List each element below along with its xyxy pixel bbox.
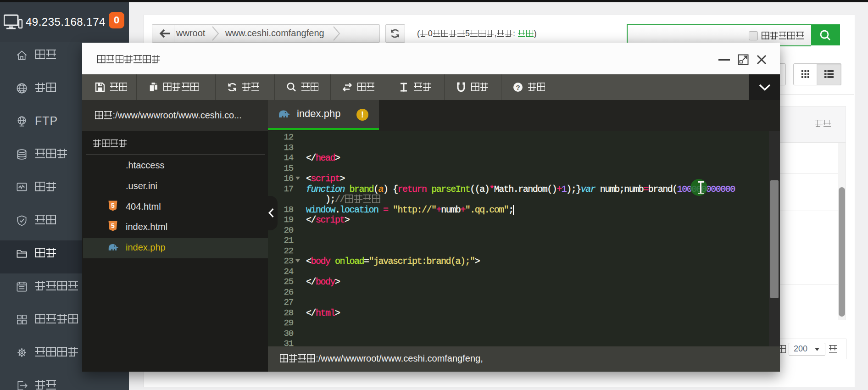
svg-text:5: 5	[111, 202, 115, 209]
svg-text:?: ?	[516, 84, 520, 91]
svg-text:5: 5	[111, 222, 115, 229]
